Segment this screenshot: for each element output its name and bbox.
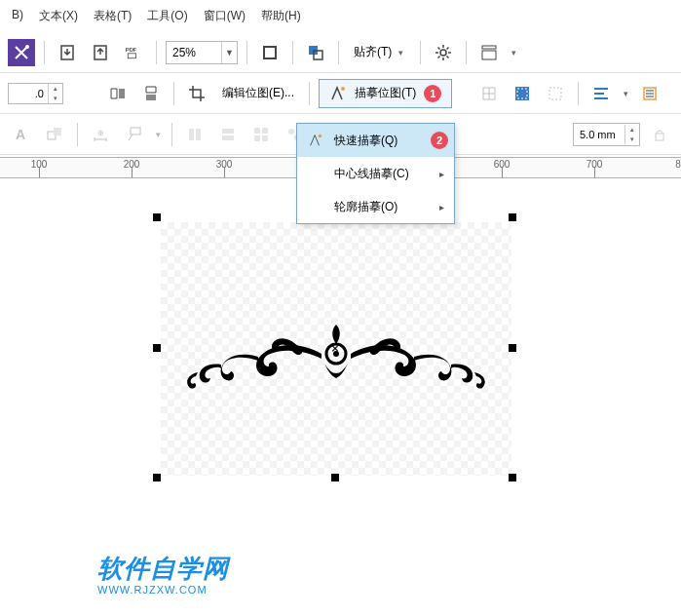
selection-handle[interactable] [509, 344, 516, 352]
svg-rect-30 [262, 135, 268, 141]
crop-icon[interactable] [183, 80, 210, 107]
svg-rect-6 [265, 48, 275, 58]
svg-point-35 [319, 135, 322, 138]
menu-item-window[interactable]: 窗口(W) [204, 8, 246, 24]
svg-rect-24 [196, 129, 201, 140]
pdf-button[interactable]: PDF [120, 39, 147, 66]
svg-rect-4 [128, 53, 135, 58]
trace-dropdown-menu: 快速描摹(Q) 2 中心线描摹(C) ▸ 轮廓描摹(O) ▸ [296, 123, 455, 224]
rotate-field[interactable]: ▴▾ [8, 83, 63, 104]
marquee-button[interactable] [509, 80, 536, 107]
svg-rect-11 [482, 51, 496, 59]
svg-point-12 [341, 87, 345, 91]
svg-point-31 [288, 129, 294, 135]
selection-handle[interactable] [509, 474, 516, 481]
selection-handle[interactable] [153, 213, 161, 221]
selection-handle[interactable] [153, 344, 161, 352]
edit-bitmap-button[interactable]: 编辑位图(E)... [216, 80, 300, 107]
svg-rect-34 [656, 134, 663, 140]
quick-trace-icon [307, 132, 324, 149]
chevron-down-icon: ▾ [396, 48, 405, 58]
menu-centerline-trace[interactable]: 中心线描摹(C) ▸ [297, 157, 454, 190]
snap-button[interactable]: 贴齐(T) ▾ [348, 39, 411, 66]
selection-handle[interactable] [509, 213, 516, 221]
svg-rect-22 [131, 128, 140, 135]
svg-text:A: A [16, 127, 25, 142]
overlap-button[interactable] [302, 39, 329, 66]
badge-2: 2 [431, 132, 448, 149]
bounding-button[interactable] [542, 80, 569, 107]
submenu-arrow-icon: ▸ [439, 169, 444, 179]
dimension-button[interactable]: ⊕ [87, 121, 114, 148]
flip-v-button[interactable] [137, 80, 165, 107]
submenu-arrow-icon: ▸ [439, 202, 444, 212]
menu-item-table[interactable]: 表格(T) [94, 8, 132, 24]
svg-rect-20 [54, 128, 61, 135]
shape2-button[interactable] [214, 121, 242, 148]
svg-point-0 [25, 45, 29, 49]
text-a-button[interactable]: A [8, 121, 35, 148]
menu-item-help[interactable]: 帮助(H) [261, 8, 301, 24]
selection-handle[interactable] [331, 474, 339, 481]
svg-rect-29 [254, 135, 260, 141]
fullscreen-button[interactable] [256, 39, 284, 66]
svg-text:PDF: PDF [126, 47, 137, 53]
layout-button[interactable] [475, 39, 503, 66]
menu-item-b[interactable]: B) [12, 8, 23, 24]
svg-rect-25 [222, 129, 234, 134]
menubar: B) 文本(X) 表格(T) 工具(O) 窗口(W) 帮助(H) [0, 0, 681, 32]
menu-item-text[interactable]: 文本(X) [39, 8, 78, 24]
ornament-graphic [151, 310, 521, 417]
trace-bitmap-button[interactable]: 描摹位图(T) 1 [319, 79, 452, 108]
toolbar-bitmap: ▴▾ 编辑位图(E)... 描摹位图(T) 1 ▾ [0, 73, 681, 114]
outline-width-field[interactable]: ▴▾ [573, 123, 640, 146]
order-button[interactable] [41, 121, 68, 148]
export-button[interactable] [87, 39, 114, 66]
toolbar-main: PDF ▼ 贴齐(T) ▾ ▾ [0, 32, 681, 73]
align-button[interactable] [587, 80, 615, 107]
svg-rect-26 [222, 135, 234, 140]
resample-button[interactable] [475, 80, 503, 107]
shape1-button[interactable] [181, 121, 208, 148]
svg-rect-23 [189, 129, 194, 140]
svg-rect-28 [262, 128, 268, 134]
menu-quick-trace[interactable]: 快速描摹(Q) 2 [297, 124, 454, 157]
callout-button[interactable] [120, 121, 147, 148]
trace-icon [329, 85, 347, 102]
svg-text:⊕: ⊕ [97, 129, 104, 137]
svg-rect-27 [254, 128, 260, 134]
settings-gear-button[interactable] [430, 39, 457, 66]
svg-point-9 [440, 50, 446, 56]
new-button[interactable] [8, 39, 35, 66]
chevron-down-icon[interactable]: ▾ [509, 48, 518, 58]
selection-handle[interactable] [153, 474, 161, 481]
svg-rect-10 [482, 46, 496, 49]
watermark: 软件自学网 WWW.RJZXW.COM [97, 552, 229, 596]
flip-h-button[interactable] [104, 80, 132, 107]
svg-rect-16 [549, 88, 561, 99]
shape3-button[interactable] [247, 121, 275, 148]
lock-icon[interactable] [646, 121, 673, 148]
badge-1: 1 [424, 85, 441, 102]
menu-item-tools[interactable]: 工具(O) [147, 8, 187, 24]
import-button[interactable] [54, 39, 81, 66]
wrap-button[interactable] [636, 80, 663, 107]
zoom-input[interactable]: ▼ [166, 41, 238, 64]
selection-center[interactable]: × [331, 340, 339, 356]
zoom-dropdown-arrow[interactable]: ▼ [221, 42, 237, 63]
menu-outline-trace[interactable]: 轮廓描摹(O) ▸ [297, 190, 454, 223]
canvas[interactable]: × 软件自学网 WWW.RJZXW.COM [0, 178, 681, 607]
